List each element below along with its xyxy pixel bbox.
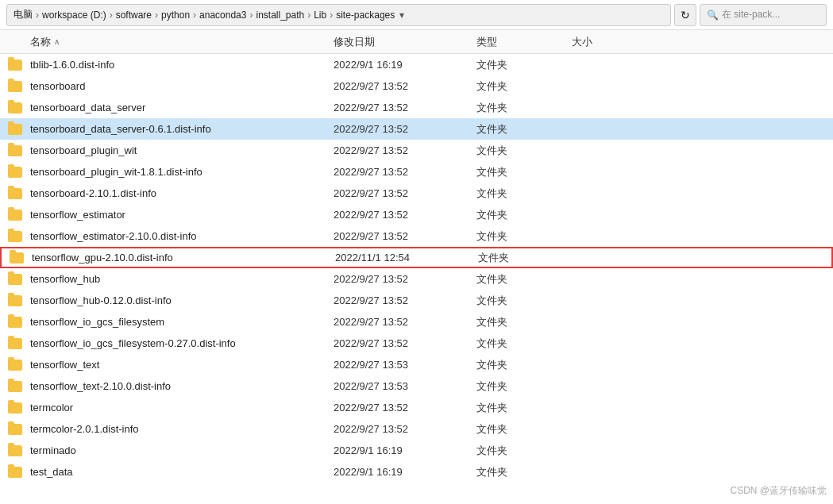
file-name: tensorflow_text (30, 359, 334, 371)
table-row[interactable]: termcolor-2.0.1.dist-info2022/9/27 13:52… (0, 418, 833, 440)
file-date: 2022/9/27 13:52 (334, 294, 476, 306)
file-date: 2022/9/27 13:52 (334, 187, 476, 199)
file-date: 2022/9/1 16:19 (334, 466, 476, 478)
file-date: 2022/9/27 13:52 (334, 402, 476, 414)
search-box[interactable]: 🔍 在 site-pack... (700, 4, 827, 26)
file-name: tensorboard-2.10.1.dist-info (30, 187, 334, 199)
file-type: 文件夹 (476, 165, 572, 179)
file-date: 2022/9/27 13:52 (334, 337, 476, 349)
file-type: 文件夹 (476, 79, 572, 94)
file-type: 文件夹 (476, 122, 572, 137)
file-date: 2022/9/27 13:52 (334, 230, 476, 242)
breadcrumb[interactable]: 电脑 › workspace (D:) › software › python … (6, 4, 671, 26)
breadcrumb-install-path[interactable]: install_path (256, 10, 304, 21)
table-row[interactable]: tensorflow_io_gcs_filesystem2022/9/27 13… (0, 311, 833, 333)
breadcrumb-dropdown-icon[interactable]: ▾ (399, 10, 404, 21)
file-date: 2022/9/1 16:19 (334, 59, 476, 71)
breadcrumb-sep-3: › (155, 10, 158, 21)
table-row[interactable]: tensorflow_text-2.10.0.dist-info2022/9/2… (0, 375, 833, 397)
table-row[interactable]: tensorflow_estimator2022/9/27 13:52文件夹 (0, 204, 833, 225)
refresh-button[interactable]: ↻ (674, 4, 696, 26)
file-name: tblib-1.6.0.dist-info (30, 59, 334, 71)
breadcrumb-sep-1: › (36, 10, 39, 21)
table-row[interactable]: tblib-1.6.0.dist-info2022/9/1 16:19文件夹 (0, 54, 833, 75)
table-row[interactable]: terminado2022/9/1 16:19文件夹 (0, 440, 833, 461)
table-row[interactable]: tensorboard_data_server2022/9/27 13:52文件… (0, 97, 833, 118)
table-row[interactable]: termcolor2022/9/27 13:52文件夹 (0, 397, 833, 418)
breadcrumb-sep-2: › (110, 10, 113, 21)
file-type: 文件夹 (476, 187, 572, 201)
table-row[interactable]: tensorflow_hub-0.12.0.dist-info2022/9/27… (0, 290, 833, 311)
file-type: 文件夹 (476, 101, 572, 115)
file-type: 文件夹 (476, 144, 572, 158)
breadcrumb-sep-6: › (307, 10, 310, 21)
file-type: 文件夹 (476, 401, 572, 415)
folder-icon (0, 402, 30, 414)
column-headers: 名称 ∧ 修改日期 类型 大小 (0, 30, 833, 54)
file-date: 2022/9/27 13:53 (334, 380, 476, 392)
search-placeholder: 在 site-pack... (722, 8, 780, 21)
table-row[interactable]: tensorflow_gpu-2.10.0.dist-info2022/11/1… (0, 247, 833, 268)
file-name: tensorflow_gpu-2.10.0.dist-info (32, 252, 335, 264)
breadcrumb-sep-7: › (330, 10, 333, 21)
table-row[interactable]: tensorboard2022/9/27 13:52文件夹 (0, 75, 833, 97)
file-type: 文件夹 (476, 444, 572, 458)
watermark: CSDN @蓝牙传输味觉 (730, 484, 827, 498)
breadcrumb-computer[interactable]: 电脑 (13, 8, 33, 21)
folder-icon (0, 210, 30, 221)
breadcrumb-python[interactable]: python (161, 10, 190, 21)
folder-icon (0, 231, 30, 242)
folder-icon (0, 445, 30, 456)
folder-icon (0, 295, 30, 306)
breadcrumb-site-packages[interactable]: site-packages (336, 10, 395, 21)
table-row[interactable]: tensorboard_plugin_wit2022/9/27 13:52文件夹 (0, 140, 833, 161)
col-header-size[interactable]: 大小 (572, 35, 651, 49)
file-type: 文件夹 (476, 465, 572, 479)
folder-icon (0, 188, 30, 199)
file-type: 文件夹 (476, 358, 572, 372)
file-date: 2022/9/1 16:19 (334, 444, 476, 456)
table-row[interactable]: tensorboard-2.10.1.dist-info2022/9/27 13… (0, 183, 833, 204)
table-row[interactable]: tensorboard_data_server-0.6.1.dist-info2… (0, 118, 833, 140)
file-name: tensorflow_estimator (30, 209, 334, 221)
file-name: tensorflow_text-2.10.0.dist-info (30, 380, 334, 392)
col-header-name[interactable]: 名称 ∧ (0, 35, 334, 49)
file-date: 2022/9/27 13:52 (334, 273, 476, 285)
breadcrumb-lib[interactable]: Lib (314, 10, 326, 21)
col-header-date[interactable]: 修改日期 (334, 35, 476, 49)
file-type: 文件夹 (476, 379, 572, 394)
folder-icon (0, 145, 30, 156)
file-type: 文件夹 (476, 229, 572, 244)
file-name: termcolor (30, 402, 334, 414)
file-name: tensorflow_io_gcs_filesystem-0.27.0.dist… (30, 337, 334, 349)
file-date: 2022/9/27 13:52 (334, 144, 476, 156)
table-row[interactable]: tensorflow_io_gcs_filesystem-0.27.0.dist… (0, 333, 833, 354)
folder-icon (0, 81, 30, 92)
table-row[interactable]: tensorflow_hub2022/9/27 13:52文件夹 (0, 268, 833, 290)
folder-icon (0, 60, 30, 71)
file-name: tensorboard (30, 80, 334, 92)
file-type: 文件夹 (476, 315, 572, 329)
table-row[interactable]: tensorflow_text2022/9/27 13:53文件夹 (0, 354, 833, 375)
table-row[interactable]: test_data2022/9/1 16:19文件夹 (0, 461, 833, 483)
folder-icon (0, 102, 30, 113)
col-header-type[interactable]: 类型 (476, 35, 572, 49)
file-name: tensorflow_io_gcs_filesystem (30, 316, 334, 328)
folder-icon (0, 360, 30, 371)
file-date: 2022/9/27 13:52 (334, 80, 476, 92)
breadcrumb-workspace[interactable]: workspace (D:) (42, 10, 106, 21)
file-date: 2022/9/27 13:52 (334, 102, 476, 113)
file-name: tensorboard_data_server (30, 102, 334, 113)
table-row[interactable]: tensorflow_estimator-2.10.0.dist-info202… (0, 225, 833, 247)
table-row[interactable]: tensorboard_plugin_wit-1.8.1.dist-info20… (0, 161, 833, 183)
file-name: tensorflow_hub-0.12.0.dist-info (30, 294, 334, 306)
breadcrumb-anaconda3[interactable]: anaconda3 (199, 10, 246, 21)
file-name: tensorboard_plugin_wit-1.8.1.dist-info (30, 166, 334, 178)
folder-icon (0, 424, 30, 435)
folder-icon (0, 381, 30, 392)
file-name: termcolor-2.0.1.dist-info (30, 423, 334, 435)
file-name: tensorboard_data_server-0.6.1.dist-info (30, 123, 334, 135)
file-type: 文件夹 (476, 58, 572, 72)
breadcrumb-software[interactable]: software (116, 10, 152, 21)
file-name: tensorflow_estimator-2.10.0.dist-info (30, 230, 334, 242)
